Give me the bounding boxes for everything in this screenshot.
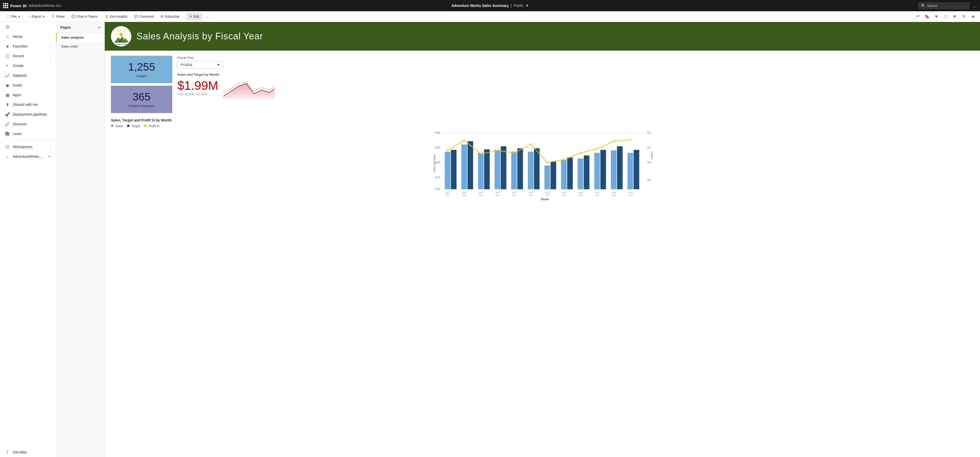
sidebar-item-getdata[interactable]: ⤴ Get data (0, 447, 56, 457)
bar-target-0[interactable] (451, 150, 457, 189)
bar-target-9[interactable] (601, 150, 606, 189)
insights-button[interactable]: 💡 Get insights (102, 13, 130, 20)
profit-dot-9 (597, 148, 598, 150)
sidebar-item-recent[interactable]: 🕐 Recent 〉 (0, 51, 56, 61)
visibility-label: Public (514, 3, 523, 8)
bar-sales-7[interactable] (561, 160, 567, 189)
bookmark-button[interactable]: 🔖 (923, 13, 931, 21)
bar-sales-6[interactable] (544, 165, 550, 189)
profit-dot-10 (613, 141, 615, 142)
bar-sales-5[interactable] (528, 152, 534, 189)
sidebar-item-deployment[interactable]: 🚀 Deployment pipelines (0, 109, 56, 119)
bar-sales-0[interactable] (445, 152, 450, 189)
resellers-value: 365 (133, 91, 151, 103)
sidebar-item-adventureworks[interactable]: ● AdventureWorks ... ▼ (0, 152, 56, 161)
export-chevron-icon: ▼ (43, 15, 45, 18)
page-sales-analysis-label: Sales analysis (61, 35, 84, 39)
sidebar-item-datasets[interactable]: 📈 Datasets (0, 70, 56, 80)
chevron-down-icon[interactable]: ▼ (525, 3, 529, 8)
brand-name: Power BI (10, 3, 27, 8)
waffle-icon[interactable] (3, 3, 8, 8)
sidebar-shared-label: Shared with me (13, 102, 38, 107)
chart-legend: Sales Target Profit % (111, 124, 974, 128)
sidebar-item-hamburger[interactable]: ☰ (0, 22, 56, 32)
bar-sales-11[interactable] (628, 153, 633, 189)
share-icon: ⇧ (52, 14, 54, 18)
share-button[interactable]: ⇧ Share (49, 13, 67, 20)
resellers-kpi-card: 365 Distinct Resellers (111, 86, 172, 113)
bar-target-4[interactable] (517, 148, 523, 189)
bar-target-5[interactable] (534, 148, 540, 189)
file-button[interactable]: 📄 File ▼ (3, 13, 23, 20)
sidebar-item-apps[interactable]: ▦ Apps (0, 90, 56, 100)
sidebar-discover-label: Discover (13, 122, 27, 126)
pages-panel: Pages ‹‹ Sales analysis Sales order (56, 22, 105, 457)
export-button[interactable]: → Export ▼ (24, 13, 48, 20)
bar-target-7[interactable] (567, 158, 573, 189)
legend-target: Target (127, 124, 140, 128)
svg-text:Feb: Feb (562, 194, 566, 197)
svg-text:Oct: Oct (496, 194, 500, 197)
sidebar-favorites-label: Favorites (13, 44, 28, 48)
bar-sales-4[interactable] (511, 152, 517, 189)
report-canvas: ADVENTURE WORKS Sales Analysis by Fiscal… (105, 22, 980, 457)
sales-target-section: Sales and Target by Month $1.99M Goal: $… (177, 73, 974, 99)
refresh-button[interactable]: ↻ (960, 13, 968, 21)
svg-text:May: May (612, 194, 616, 197)
page-sales-order-label: Sales order (61, 45, 78, 48)
learn-icon: 📚 (5, 131, 10, 136)
bar-sales-8[interactable] (578, 158, 584, 189)
collapse-pages-button[interactable]: ‹‹ (98, 25, 100, 30)
bar-target-1[interactable] (468, 141, 473, 189)
fit-chevron-button[interactable]: ▼ (951, 13, 959, 21)
bar-target-8[interactable] (584, 155, 590, 189)
favorite-button[interactable]: ★ (969, 13, 977, 21)
chevron-down-button[interactable]: ▼ (932, 13, 940, 21)
bar-sales-10[interactable] (611, 150, 617, 189)
bar-sales-9[interactable] (594, 153, 600, 189)
bar-sales-1[interactable] (461, 144, 467, 189)
comment-button[interactable]: 💬 Comment (131, 13, 157, 20)
edit-button[interactable]: ✎ Edit (186, 13, 202, 20)
page-item-sales-order[interactable]: Sales order (56, 42, 105, 51)
sidebar-item-discover[interactable]: 🔎 Discover (0, 119, 56, 129)
page-item-sales-analysis[interactable]: Sales analysis (56, 33, 105, 42)
bar-sales-2[interactable] (478, 153, 484, 189)
svg-text:4%: 4% (647, 146, 651, 149)
svg-text:2018: 2018 (628, 192, 633, 194)
sidebar-item-favorites[interactable]: ★ Favorites 〉 (0, 42, 56, 51)
sidebar-item-learn[interactable]: 📚 Learn (0, 129, 56, 139)
sidebar-item-shared[interactable]: ⬆ Shared with me (0, 100, 56, 109)
toolbar-more-button[interactable]: ... (203, 13, 212, 20)
sidebar-item-create[interactable]: + Create (0, 61, 56, 70)
export-icon: → (27, 14, 30, 18)
svg-text:ADVENTURE WORKS: ADVENTURE WORKS (116, 44, 126, 45)
subscribe-button[interactable]: ✉ Subscribe (158, 13, 182, 20)
profit-dot-6 (547, 162, 548, 163)
fit-page-button[interactable]: □ (942, 13, 949, 21)
svg-text:Sales and Target: Sales and Target (433, 155, 436, 172)
bar-target-10[interactable] (617, 146, 623, 189)
more-options-button[interactable]: ... (973, 3, 977, 9)
bar-target-11[interactable] (634, 150, 640, 189)
chat-icon: 💬 (71, 14, 75, 18)
discover-icon: 🔎 (5, 122, 10, 126)
sidebar-item-workspaces[interactable]: ☷ Workspaces 〉 (0, 142, 56, 152)
svg-text:Nov: Nov (512, 194, 516, 197)
undo-button[interactable]: ↶ (914, 13, 922, 21)
profit-dot-7 (563, 159, 565, 160)
svg-text:Mar: Mar (579, 194, 582, 197)
bar-target-3[interactable] (501, 146, 506, 189)
kpi-cards: 1,255 Orders 365 Distinct Resellers (111, 56, 172, 113)
profit-dot-8 (580, 152, 582, 154)
bar-target-2[interactable] (484, 149, 490, 189)
chat-button[interactable]: 💬 Chat in Teams (68, 13, 101, 20)
bar-target-6[interactable] (551, 161, 556, 189)
sidebar-item-home[interactable]: ⌂ Home (0, 32, 56, 42)
report-title-text: Adventure Works Sales Summary (452, 3, 509, 8)
bar-sales-3[interactable] (495, 150, 500, 189)
sidebar-item-goals[interactable]: ◉ Goals (0, 80, 56, 90)
search-box[interactable]: 🔍 Search (918, 3, 969, 9)
fiscal-year-dropdown[interactable]: FY2018 ▼ (177, 61, 223, 69)
chevron-right-icon: 〉 (50, 45, 51, 48)
